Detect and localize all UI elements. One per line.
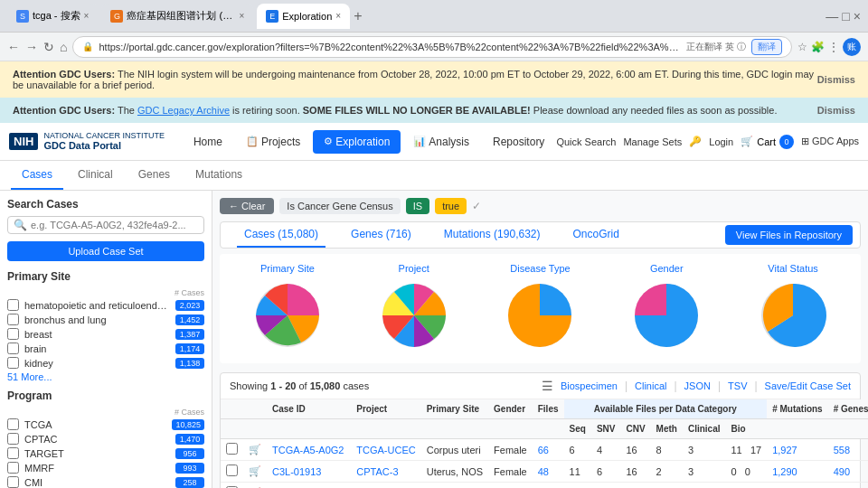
tsv-button[interactable]: TSV — [728, 380, 747, 391]
tab-close-1[interactable]: × — [84, 11, 90, 21]
tab-tcga-search[interactable]: S tcga - 搜索 × — [7, 4, 98, 29]
mutations-link[interactable]: 1,927 — [772, 445, 797, 455]
stats-tab-ongrid[interactable]: OncoGrid — [565, 222, 626, 248]
label-cmi[interactable]: CMI — [24, 477, 170, 488]
case-id-link[interactable]: C3L-01913 — [272, 466, 321, 477]
checkbox-breast[interactable] — [7, 328, 19, 340]
tab-tcga-main[interactable]: G 癌症基因组图谱计划 (TCGA) × — [101, 4, 253, 29]
checkbox-bronchus[interactable] — [7, 314, 19, 325]
extension-button[interactable]: 🧩 — [811, 41, 825, 53]
th-files: Files — [533, 399, 564, 419]
nav-exploration[interactable]: ⚙ Exploration — [313, 130, 401, 154]
count-cptac: 1,470 — [175, 434, 204, 445]
label-hematopoietic[interactable]: hematopoietic and reticuloendotheli... — [24, 300, 170, 311]
manage-sets-button[interactable]: Manage Sets — [623, 136, 682, 147]
files-link[interactable]: 48 — [538, 466, 549, 477]
alert-maintenance-dismiss[interactable]: Dismiss — [817, 74, 855, 85]
filter-bronchus: bronchus and lung 1,452 — [7, 314, 204, 325]
row-cart-cell[interactable]: 🛒 — [243, 483, 267, 489]
case-search-input[interactable] — [31, 220, 198, 230]
row-checkbox[interactable] — [226, 465, 238, 476]
search-cases-title: Search Cases — [7, 198, 204, 211]
clear-button[interactable]: ← Clear — [220, 198, 274, 214]
row-checkbox-cell[interactable] — [221, 483, 243, 489]
row-checkbox-cell[interactable] — [221, 439, 243, 461]
checkbox-cptac[interactable] — [7, 433, 19, 445]
apps-button[interactable]: ⊞ GDC Apps — [801, 136, 859, 147]
sub-tab-cases[interactable]: Cases — [11, 161, 63, 190]
th2-bio: Bio — [725, 419, 767, 439]
cart-add-icon[interactable]: 🛒 — [249, 465, 261, 476]
project-link[interactable]: TCGA-UCEC — [356, 445, 415, 455]
filter-bar: ← Clear Is Cancer Gene Census IS true ✓ — [220, 198, 861, 214]
tab-close-3[interactable]: × — [335, 11, 341, 21]
checkbox-kidney[interactable] — [7, 357, 19, 369]
checkbox-brain[interactable] — [7, 343, 19, 354]
quick-search-button[interactable]: Quick Search — [556, 136, 616, 147]
restore-button[interactable]: □ — [842, 9, 849, 23]
nav-home[interactable]: Home — [183, 130, 233, 154]
label-breast[interactable]: breast — [24, 329, 170, 340]
upload-case-set-button[interactable]: Upload Case Set — [7, 241, 204, 261]
files-link[interactable]: 66 — [538, 445, 549, 455]
sub-tab-clinical[interactable]: Clinical — [67, 161, 124, 190]
label-brain[interactable]: brain — [24, 343, 170, 354]
cart-button[interactable]: 🛒 Cart 0 — [741, 135, 794, 149]
nav-analysis-label: Analysis — [429, 136, 469, 148]
sub-tab-mutations[interactable]: Mutations — [184, 161, 253, 190]
profile-button[interactable]: 账 — [843, 38, 861, 56]
checkbox-tcga[interactable] — [7, 418, 19, 430]
reload-button[interactable]: ↻ — [43, 40, 54, 54]
checkbox-target[interactable] — [7, 447, 19, 459]
row-checkbox-cell[interactable] — [221, 461, 243, 483]
label-mmrf[interactable]: MMRF — [24, 463, 170, 474]
biospecimen-button[interactable]: Biospecimen — [561, 380, 618, 391]
back-button[interactable]: ← — [7, 40, 20, 54]
save-edit-button[interactable]: Save/Edit Case Set — [765, 380, 851, 391]
stats-tab-cases[interactable]: Cases (15,080) — [237, 222, 326, 248]
tab-exploration[interactable]: E Exploration × — [257, 4, 350, 29]
stats-tab-mutations[interactable]: Mutations (190,632) — [437, 222, 548, 248]
more-primary-sites-link[interactable]: 51 More... — [7, 371, 204, 382]
legacy-archive-link[interactable]: GDC Legacy Archive — [137, 105, 230, 116]
label-target[interactable]: TARGET — [24, 448, 170, 459]
nav-projects[interactable]: 📋 Projects — [235, 130, 311, 154]
close-button[interactable]: × — [854, 9, 861, 23]
label-kidney[interactable]: kidney — [24, 358, 170, 369]
case-id-link[interactable]: TCGA-A5-A0G2 — [272, 445, 344, 455]
minimize-button[interactable]: — — [826, 9, 838, 23]
genes-link[interactable]: 490 — [834, 466, 850, 477]
project-link[interactable]: CPTAC-3 — [356, 466, 398, 477]
mutations-link[interactable]: 1,290 — [772, 466, 797, 477]
json-button[interactable]: JSON — [684, 380, 711, 391]
new-tab-button[interactable]: + — [354, 8, 362, 24]
more-button[interactable]: ⋮ — [828, 41, 839, 53]
label-bronchus[interactable]: bronchus and lung — [24, 314, 170, 325]
cart-add-icon[interactable]: 🛒 — [249, 444, 261, 455]
clinical-button[interactable]: Clinical — [635, 380, 666, 391]
nav-repository[interactable]: Repository — [482, 130, 555, 154]
checkbox-hematopoietic[interactable] — [7, 299, 19, 311]
alert-legacy-dismiss[interactable]: Dismiss — [817, 105, 855, 116]
sub-tab-genes[interactable]: Genes — [127, 161, 181, 190]
view-files-button[interactable]: View Files in Repository — [725, 225, 853, 245]
label-cptac[interactable]: CPTAC — [24, 434, 170, 445]
translate-button[interactable]: 翻译 — [751, 39, 782, 55]
gender-pie — [630, 279, 703, 352]
home-button[interactable]: ⌂ — [60, 40, 67, 54]
checkbox-cmi[interactable] — [7, 476, 19, 488]
checkbox-mmrf[interactable] — [7, 462, 19, 474]
case-search-box[interactable]: 🔍 — [7, 216, 204, 234]
bookmark-button[interactable]: ☆ — [797, 41, 807, 53]
label-tcga[interactable]: TCGA — [24, 419, 166, 430]
forward-button[interactable]: → — [25, 40, 38, 54]
login-button[interactable]: Login — [709, 136, 733, 147]
row-cart-cell[interactable]: 🛒 — [243, 439, 267, 461]
genes-link[interactable]: 558 — [834, 445, 850, 455]
row-checkbox[interactable] — [226, 443, 238, 455]
nav-analysis[interactable]: 📊 Analysis — [402, 130, 480, 154]
row-cart-cell[interactable]: 🛒 — [243, 461, 267, 483]
stats-tab-genes[interactable]: Genes (716) — [344, 222, 419, 248]
address-bar[interactable]: 🔒 https://portal.gdc.cancer.gov/explorat… — [72, 36, 792, 58]
tab-close-2[interactable]: × — [239, 11, 244, 21]
